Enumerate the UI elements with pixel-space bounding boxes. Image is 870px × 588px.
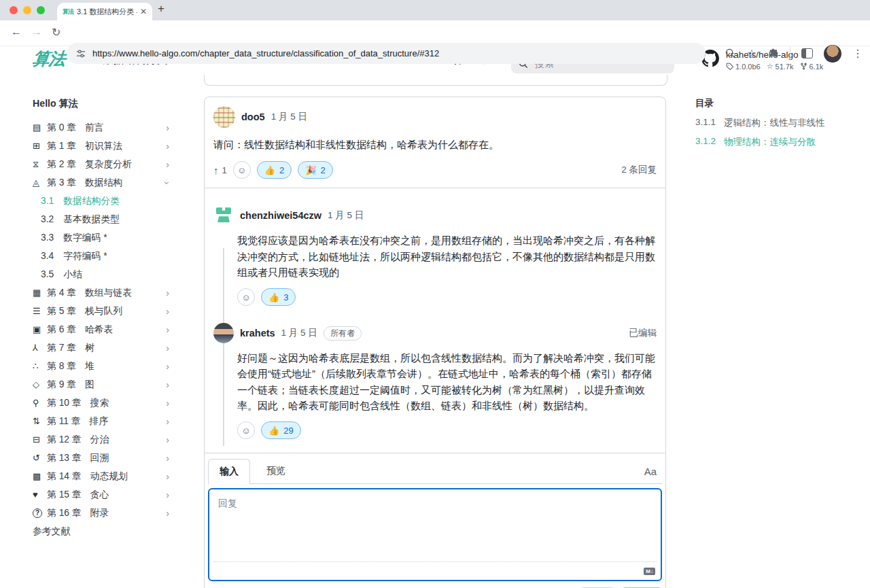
reload-icon[interactable]: ↻ — [52, 26, 60, 39]
browser-profile-avatar[interactable] — [824, 45, 841, 63]
sidebar-item-section-3.5[interactable]: 3.5小结 — [0, 265, 197, 283]
add-reaction-button[interactable]: ☺ — [237, 421, 255, 439]
sidebar-item-chapter-13[interactable]: ↺第 13 章回溯› — [0, 449, 197, 467]
reply-comment: chenzhiwei54czw 1 月 5 日 我觉得应该是因为哈希表在没有冲突… — [213, 188, 657, 306]
replies-section: chenzhiwei54czw 1 月 5 日 我觉得应该是因为哈希表在没有冲突… — [205, 188, 665, 453]
sidebar-item-references[interactable]: 参考文献 — [0, 522, 197, 540]
comment-author[interactable]: chenzhiwei54czw — [240, 210, 321, 221]
thumbs-up-icon: 👍 — [268, 426, 279, 436]
comment-author[interactable]: krahets — [240, 328, 275, 339]
add-reaction-button[interactable]: ☺ — [237, 288, 255, 306]
section-number: 3.1 — [41, 196, 54, 206]
chapter-label: 哈希表 — [85, 324, 113, 336]
chevron-right-icon: › — [166, 343, 169, 353]
upvote-arrow-icon[interactable]: ↑ — [213, 165, 219, 176]
sidebar-item-section-3.3[interactable]: 3.3数字编码 * — [0, 228, 197, 247]
avatar[interactable] — [213, 205, 234, 226]
search-icon: ⚲ — [33, 398, 47, 408]
chapter-number: 第 16 章 — [47, 507, 82, 519]
section-label: 基本数据类型 — [63, 213, 120, 226]
comment-body: 请问：线性数据结构和非线性数据结构，哈希表为什么都存在。 — [213, 137, 657, 152]
url-text[interactable]: https://www.hello-algo.com/chapter_data_… — [92, 48, 439, 58]
sidebar-item-chapter-0[interactable]: ▤第 0 章前言› — [0, 118, 197, 137]
sidebar-item-chapter-9[interactable]: ◇第 9 章图› — [0, 375, 197, 394]
comment-date[interactable]: 1 月 5 日 — [328, 209, 364, 222]
chevron-right-icon: › — [166, 398, 169, 409]
tree-icon: ⅄ — [33, 343, 47, 353]
browser-menu-icon[interactable]: ⋮ — [852, 47, 863, 60]
sidebar-item-chapter-2[interactable]: ⧖第 2 章复杂度分析› — [0, 155, 197, 173]
chapter-label: 数组与链表 — [85, 287, 132, 299]
chapter-label: 动态规划 — [90, 470, 128, 483]
chevron-right-icon: › — [166, 434, 169, 445]
reply-textarea[interactable]: 回复 M↓ — [208, 488, 662, 581]
add-reaction-button[interactable]: ☺ — [233, 161, 251, 179]
side-panel-icon[interactable] — [801, 48, 813, 58]
party-popper-icon: 🎉 — [305, 165, 316, 175]
sidebar-item-chapter-11[interactable]: ⇅第 11 章排序› — [0, 412, 197, 430]
chevron-right-icon: › — [166, 306, 169, 317]
replies-count: 2 条回复 — [621, 164, 657, 176]
sidebar-item-section-3.4[interactable]: 3.4字符编码 * — [0, 247, 197, 265]
chapter-label: 搜索 — [90, 397, 109, 409]
comment-author[interactable]: doo5 — [241, 111, 265, 122]
markdown-icon: M↓ — [644, 568, 655, 575]
sidebar-item-chapter-8[interactable]: ∴第 8 章堆› — [0, 357, 197, 375]
section-number: 3.5 — [41, 269, 54, 279]
toc-item-3.1.1[interactable]: 3.1.1逻辑结构：线性与非线性 — [695, 117, 870, 136]
maximize-window-button[interactable] — [37, 6, 45, 14]
extensions-icon[interactable] — [767, 48, 779, 59]
chapter-number: 第 13 章 — [47, 452, 82, 464]
sidebar-item-chapter-1[interactable]: ⊞第 1 章初识算法› — [0, 137, 197, 155]
sidebar-item-chapter-6[interactable]: ▣第 6 章哈希表› — [0, 320, 197, 339]
reaction-pill[interactable]: 🎉 2 — [298, 161, 332, 179]
back-icon[interactable]: ← — [11, 26, 22, 38]
minimize-window-button[interactable] — [23, 6, 31, 14]
book-icon: ▤ — [33, 122, 47, 133]
sidebar-item-chapter-15[interactable]: ♥第 15 章贪心› — [0, 485, 197, 504]
site-logo[interactable]: 算法 — [31, 48, 66, 70]
reaction-pill[interactable]: 👍 29 — [261, 421, 301, 439]
forward-icon[interactable]: → — [31, 26, 42, 38]
text-format-button[interactable]: Aa — [644, 459, 657, 483]
comment-date[interactable]: 1 月 5 日 — [281, 327, 317, 339]
window-controls[interactable] — [10, 6, 45, 14]
hash-icon: ▣ — [33, 324, 47, 334]
new-tab-button[interactable]: + — [158, 2, 164, 16]
sidebar-item-chapter-16[interactable]: ?第 16 章附录› — [0, 504, 197, 522]
reaction-pill[interactable]: 👍 2 — [257, 161, 292, 179]
graph-icon: ◇ — [33, 379, 47, 390]
sidebar-item-chapter-5[interactable]: ☰第 5 章栈与队列› — [0, 302, 197, 320]
bookmark-star-icon[interactable]: ☆ — [747, 47, 756, 60]
sidebar-item-section-3.1[interactable]: 3.1数据结构分类 — [0, 192, 197, 210]
sidebar-item-section-3.2[interactable]: 3.2基本数据类型 — [0, 210, 197, 228]
thumbs-up-icon: 👍 — [268, 292, 279, 302]
site-settings-icon[interactable] — [76, 49, 86, 58]
sidebar-item-chapter-14[interactable]: ▩第 14 章动态规划› — [0, 467, 197, 485]
chapter-number: 第 3 章 — [47, 177, 76, 189]
section-label: 数字编码 * — [63, 232, 107, 244]
browser-tab[interactable]: 算法 3.1 数据结构分类 - Hello 算法 ✕ — [57, 3, 152, 20]
tab-preview[interactable]: 预览 — [261, 459, 291, 483]
sidebar-navigation: Hello 算法 ▤第 0 章前言›⊞第 1 章初识算法›⧖第 2 章复杂度分析… — [0, 75, 197, 588]
tab-close-icon[interactable]: ✕ — [140, 7, 147, 16]
tab-write[interactable]: 输入 — [208, 459, 250, 484]
sidebar-item-chapter-4[interactable]: ▦第 4 章数组与链表› — [0, 283, 197, 302]
chevron-right-icon: › — [166, 453, 169, 464]
toc-item-3.1.2[interactable]: 3.1.2物理结构：连续与分散 — [695, 136, 870, 155]
chapter-label: 初识算法 — [85, 140, 122, 152]
resize-divider[interactable] — [213, 561, 657, 562]
address-bar[interactable]: https://www.hello-algo.com/chapter_data_… — [67, 43, 706, 64]
reaction-pill[interactable]: 👍 3 — [261, 288, 296, 306]
close-window-button[interactable] — [10, 6, 18, 14]
sidebar-item-chapter-10[interactable]: ⚲第 10 章搜索› — [0, 394, 197, 412]
zoom-icon[interactable] — [725, 48, 736, 59]
backtrack-icon: ↺ — [33, 453, 47, 463]
sidebar-item-chapter-12[interactable]: ⊟第 12 章分治› — [0, 430, 197, 449]
avatar[interactable] — [213, 323, 234, 343]
upvote-button[interactable]: ↑ 1 — [213, 165, 227, 176]
avatar[interactable] — [213, 106, 235, 128]
comment-date[interactable]: 1 月 5 日 — [271, 111, 307, 123]
sidebar-item-chapter-3[interactable]: ◬第 3 章数据结构› — [0, 173, 197, 192]
sidebar-item-chapter-7[interactable]: ⅄第 7 章树› — [0, 339, 197, 357]
